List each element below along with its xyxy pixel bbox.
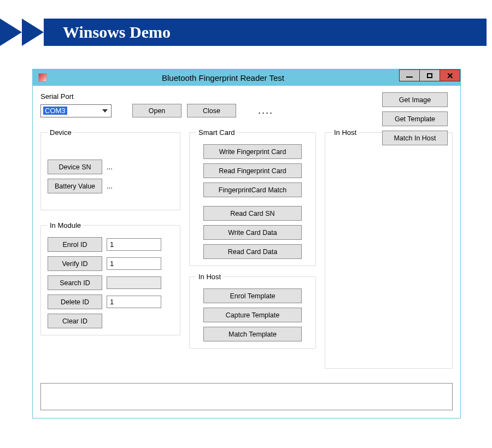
device-legend: Device <box>48 128 74 137</box>
maximize-button[interactable] <box>419 69 440 81</box>
battery-value: ... <box>107 182 113 190</box>
window-controls: ✕ <box>399 69 460 86</box>
clear-id-button[interactable]: Clear ID <box>48 314 102 328</box>
app-window: Bluetooth Fingerprint Reader Test ✕ Seri… <box>32 69 461 418</box>
delete-id-button[interactable]: Delete ID <box>48 294 102 309</box>
close-button[interactable]: ✕ <box>440 69 460 81</box>
window-title: Bluetooth Fingerprint Reader Test <box>47 73 399 82</box>
serial-port-selected: COM3 <box>43 107 67 115</box>
smart-card-group: Smart Card Write Fingerprint Card Read F… <box>189 128 316 266</box>
right-column: In Host Get Image Get Template Match In … <box>325 128 453 375</box>
app-icon <box>38 73 47 82</box>
window-client: Serial Port COM3 Open Close .... Device … <box>33 86 460 418</box>
verify-id-input[interactable] <box>107 257 161 270</box>
write-fp-card-button[interactable]: Write Fingerprint Card <box>203 144 302 159</box>
titlebar[interactable]: Bluetooth Fingerprint Reader Test ✕ <box>33 69 460 86</box>
match-template-button[interactable]: Match Template <box>203 327 302 341</box>
in-host-right-group: In Host Get Image Get Template Match In … <box>325 128 453 369</box>
get-template-button[interactable]: Get Template <box>382 111 448 126</box>
page-banner: Winsows Demo <box>0 13 492 51</box>
in-host-right-legend: In Host <box>332 128 359 137</box>
read-card-sn-button[interactable]: Read Card SN <box>203 206 302 221</box>
read-card-data-button[interactable]: Read Card Data <box>203 244 302 259</box>
in-module-legend: In Module <box>48 221 83 229</box>
arrow-icon <box>0 19 22 46</box>
delete-id-input[interactable] <box>107 296 161 308</box>
match-in-host-button[interactable]: Match In Host <box>382 131 448 145</box>
enrol-template-button[interactable]: Enrol Template <box>203 288 302 303</box>
read-fp-card-button[interactable]: Read Fingerprint Card <box>203 163 302 178</box>
in-host-center-legend: In Host <box>196 273 223 281</box>
center-column: Smart Card Write Fingerprint Card Read F… <box>189 128 316 375</box>
device-sn-value: ... <box>107 163 113 171</box>
fp-card-match-button[interactable]: FingerprintCard Match <box>203 182 302 197</box>
smart-card-legend: Smart Card <box>196 128 237 137</box>
in-module-group: In Module Enrol ID Verify ID Search ID <box>40 221 180 335</box>
in-host-center-group: In Host Enrol Template Capture Template … <box>189 273 316 349</box>
status-text: .... <box>258 105 273 116</box>
enrol-id-input[interactable] <box>107 238 161 251</box>
search-id-button[interactable]: Search ID <box>48 275 102 290</box>
close-icon: ✕ <box>447 72 454 80</box>
log-textbox[interactable] <box>40 383 453 410</box>
minimize-button[interactable] <box>399 69 420 81</box>
banner-title: Winsows Demo <box>63 23 171 42</box>
get-image-button[interactable]: Get Image <box>382 92 448 107</box>
arrow-icon <box>22 19 44 46</box>
serial-port-combo[interactable]: COM3 <box>40 104 112 117</box>
open-button[interactable]: Open <box>132 104 181 117</box>
device-sn-button[interactable]: Device SN <box>48 160 102 174</box>
maximize-icon <box>427 73 432 78</box>
chevron-down-icon <box>102 109 108 113</box>
capture-template-button[interactable]: Capture Template <box>203 308 302 322</box>
banner-bar: Winsows Demo <box>44 19 487 46</box>
device-group: Device Device SN ... Battery Value ... <box>40 128 180 210</box>
left-column: Device Device SN ... Battery Value ... I… <box>40 128 180 375</box>
main-columns: Device Device SN ... Battery Value ... I… <box>40 128 453 375</box>
verify-id-button[interactable]: Verify ID <box>48 256 102 271</box>
write-card-data-button[interactable]: Write Card Data <box>203 225 302 240</box>
close-button-port[interactable]: Close <box>187 104 236 117</box>
battery-value-button[interactable]: Battery Value <box>48 179 102 193</box>
minimize-icon <box>406 76 413 78</box>
search-id-input[interactable] <box>107 276 161 289</box>
enrol-id-button[interactable]: Enrol ID <box>48 237 102 252</box>
